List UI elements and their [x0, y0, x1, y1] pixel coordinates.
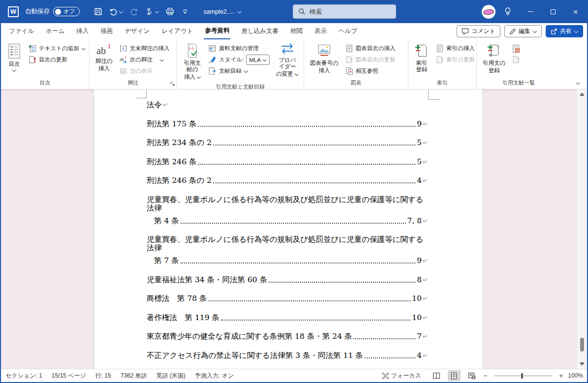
swap-arrows-icon [279, 43, 295, 55]
zoom-slider[interactable] [494, 376, 552, 376]
search-box[interactable] [293, 4, 396, 19]
zoom-out-button[interactable]: − [483, 372, 487, 380]
chevron-down-icon [244, 69, 248, 73]
manage-sources-button[interactable]: 資料文献の管理 [207, 43, 271, 54]
maximize-button[interactable] [542, 0, 564, 23]
tab-draw[interactable]: 描画 [99, 23, 114, 39]
customize-qat-button[interactable] [182, 8, 188, 15]
vertical-scrollbar[interactable] [576, 89, 587, 369]
search-input[interactable] [309, 8, 383, 15]
tab-file[interactable]: ファイル [8, 23, 35, 39]
print-layout-icon [451, 372, 457, 380]
add-text-button[interactable]: テキストの追加 [27, 43, 87, 54]
mark-index-entry-button[interactable]: 索引登録 [412, 42, 431, 78]
scroll-up-arrow-icon[interactable] [580, 92, 585, 96]
status-section[interactable]: セクション: 1 [5, 372, 42, 380]
share-button[interactable]: 共有 [546, 25, 583, 37]
redo-button-disabled[interactable] [130, 7, 138, 16]
toc-entry-page: 10 [412, 314, 422, 322]
tab-view[interactable]: 表示 [313, 23, 328, 39]
insert-citation-button[interactable]: (–) 引用文献の 挿入 [181, 42, 204, 82]
dot-leader [353, 338, 415, 339]
scrollbar-thumb[interactable] [580, 338, 584, 352]
cross-reference-button[interactable]: 相互参照 [343, 65, 397, 77]
web-layout-button[interactable] [465, 370, 478, 381]
close-button[interactable]: × [564, 0, 587, 23]
tab-references[interactable]: 参考資料 [204, 23, 230, 39]
svg-text:ab: ab [96, 45, 106, 56]
toc-entry: 著作権法 第 119 条10↵ [147, 314, 428, 322]
editing-mode-button[interactable]: 編集 [504, 25, 542, 37]
pilcrow-mark: ↵ [423, 217, 428, 225]
collapse-ribbon-button[interactable] [576, 81, 580, 85]
insert-table-of-figures-button[interactable]: 図表目次の挿入 [343, 43, 397, 54]
status-page-count[interactable]: 15/15 ページ [52, 372, 86, 380]
add-text-label: テキストの追加 [39, 45, 79, 52]
tell-me-button[interactable] [503, 7, 512, 17]
status-word-count[interactable]: 7362 単語 [121, 372, 147, 380]
update-table-of-figures-button-disabled[interactable]: 図表目次の更新 [343, 54, 397, 65]
tab-home[interactable]: ホーム [45, 23, 65, 39]
update-table-of-figures-icon [345, 56, 353, 64]
word-logo-icon[interactable]: W [8, 6, 19, 17]
document-page[interactable]: 法令↵ 刑法第 175 条9↵ 刑法第 234 条の 25↵ 刑法第 246 条… [93, 89, 483, 369]
insert-endnote-label: 文末脚注の挿入 [130, 45, 170, 52]
show-notes-button-disabled[interactable]: 注の表示 [118, 65, 171, 77]
toc-entry-page: 5 [417, 158, 422, 166]
zoom-in-button[interactable]: + [559, 372, 563, 380]
tab-layout[interactable]: レイアウト [160, 23, 194, 39]
toc-button[interactable]: 目次 [5, 42, 24, 78]
account-avatar[interactable] [482, 5, 495, 19]
update-toc-label: 目次の更新 [39, 56, 67, 63]
pilcrow-mark: ↵ [423, 177, 428, 185]
chevron-down-icon [155, 10, 159, 14]
toc-entry: 商標法 第 78 条10↵ [147, 295, 428, 303]
status-predictive-input[interactable]: 予測入力: オン [195, 372, 234, 380]
insert-caption-button[interactable]: 図表番号の 挿入 [308, 42, 340, 78]
update-table-of-authorities-button-disabled[interactable] [510, 54, 522, 65]
citation-style-label: スタイル: [219, 56, 244, 63]
status-line-number[interactable]: 行: 15 [95, 372, 111, 380]
tab-insert[interactable]: 挿入 [75, 23, 90, 39]
zoom-slider-thumb[interactable] [521, 373, 523, 379]
update-toc-button[interactable]: 目次の更新 [27, 54, 87, 65]
lightbulb-icon [503, 7, 512, 17]
tab-help[interactable]: ヘルプ [338, 23, 358, 39]
print-check-button[interactable] [166, 7, 175, 16]
focus-mode-button[interactable]: フォーカス [382, 372, 421, 380]
insert-footnote-button[interactable]: ab1 脚注の 挿入 [93, 42, 115, 78]
comments-button[interactable]: コメント [457, 25, 500, 37]
tab-design[interactable]: デザイン [124, 23, 151, 39]
undo-button[interactable] [109, 7, 123, 16]
bibliography-icon [208, 67, 217, 75]
scroll-down-arrow-icon[interactable] [580, 362, 585, 366]
save-button[interactable] [94, 7, 102, 16]
read-mode-button[interactable] [430, 370, 443, 381]
mark-citation-button[interactable]: 引用文の 登録 [481, 42, 507, 78]
touch-mouse-mode-button[interactable] [145, 7, 159, 16]
footnotes-dialog-launcher[interactable] [170, 81, 175, 87]
print-layout-button[interactable] [448, 370, 461, 381]
tab-mailings[interactable]: 差し込み文書 [240, 23, 279, 39]
update-index-button-disabled[interactable]: 索引の更新 [434, 54, 476, 65]
document-title-menu[interactable]: sample2.… [204, 8, 242, 15]
autosave-switch[interactable]: オフ [53, 7, 80, 16]
avatar-image [483, 8, 494, 15]
insert-table-of-authorities-button[interactable] [510, 43, 522, 54]
change-provider-button[interactable]: プロバイダー の変更 [274, 42, 301, 82]
comment-icon [462, 28, 469, 35]
bibliography-button[interactable]: 文献目録 [207, 65, 271, 77]
page-content[interactable]: 法令↵ 刑法第 175 条9↵ 刑法第 234 条の 25↵ 刑法第 246 条… [147, 101, 428, 369]
insert-index-button[interactable]: 索引の挿入 [434, 43, 476, 54]
insert-endnote-button[interactable]: 文末脚注の挿入 [118, 43, 171, 54]
citation-style-select[interactable]: MLA [246, 55, 270, 65]
status-language[interactable]: 英語 (米国) [156, 372, 186, 380]
autosave-toggle[interactable]: 自動保存 オフ [25, 7, 80, 16]
chevron-down-icon [160, 58, 164, 62]
minimize-button[interactable] [519, 0, 542, 23]
next-footnote-button[interactable]: ab1 次の脚注 [118, 54, 171, 65]
tab-review[interactable]: 校閲 [289, 23, 304, 39]
toc-entry-text: 刑法第 246 条の 2 [147, 177, 212, 185]
autosave-state: オフ [63, 8, 75, 15]
zoom-level[interactable]: 100% [568, 372, 583, 379]
